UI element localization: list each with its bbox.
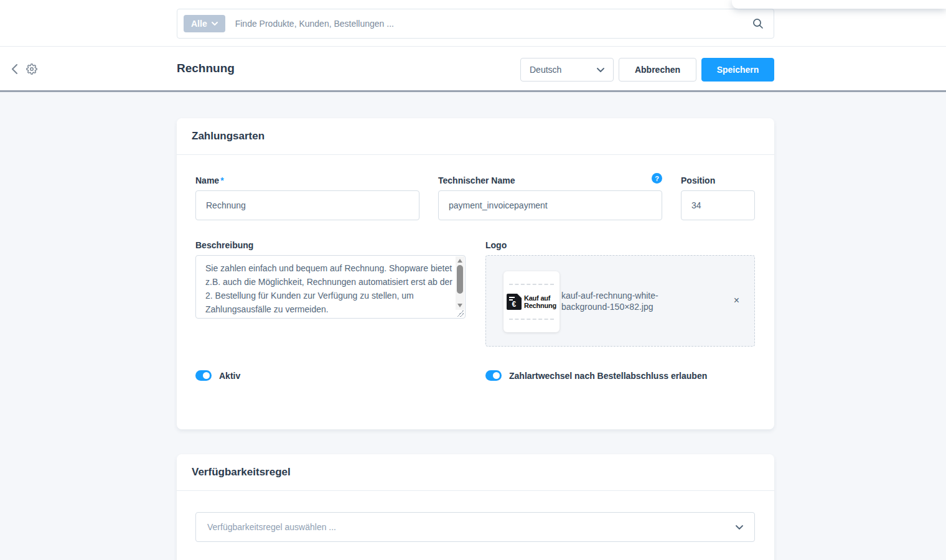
active-toggle-row: Aktiv [195, 370, 240, 381]
technical-name-input[interactable] [438, 190, 662, 220]
payment-card-header: Zahlungsarten [177, 118, 774, 155]
search-input[interactable] [225, 19, 752, 29]
availability-rule-select[interactable]: Verfügbarkeitsregel auswählen ... [195, 512, 755, 542]
active-toggle[interactable] [195, 370, 212, 381]
search-filter-label: Alle [191, 19, 207, 29]
payment-method-card: Zahlungsarten Name* Technischer Name ? P… [177, 118, 774, 429]
availability-rule-card: Verfügbarkeitsregel Verfügbarkeitsregel … [177, 454, 774, 560]
search-filter-dropdown[interactable]: Alle [184, 15, 225, 32]
resize-handle-icon[interactable] [457, 310, 464, 317]
gear-icon [26, 63, 37, 75]
logo-text-line1: Kauf auf [524, 294, 556, 302]
scroll-up-icon[interactable] [457, 259, 462, 263]
technical-name-label: Technischer Name [438, 175, 515, 185]
language-select[interactable]: Deutsch [520, 58, 614, 82]
language-select-value: Deutsch [530, 65, 561, 75]
remove-logo-button[interactable]: × [734, 296, 739, 306]
description-textarea[interactable]: Sie zahlen einfach und bequem auf Rechnu… [195, 255, 466, 319]
kauf-auf-rechnung-logo: € Kauf auf Rechnung [507, 294, 556, 310]
chevron-left-icon [11, 63, 18, 75]
name-input[interactable] [195, 190, 419, 220]
description-text: Sie zahlen einfach und bequem auf Rechnu… [196, 256, 456, 318]
save-button[interactable]: Speichern [701, 58, 774, 82]
chevron-down-icon [736, 525, 743, 530]
active-toggle-label: Aktiv [219, 371, 240, 381]
euro-glyph: € [512, 301, 517, 308]
chevron-down-icon [212, 22, 218, 26]
chevron-down-icon [597, 68, 604, 72]
availability-card-header: Verfügbarkeitsregel [177, 454, 774, 491]
change-payment-toggle-label: Zahlartwechsel nach Bestellabschluss erl… [509, 371, 707, 381]
settings-button[interactable] [26, 63, 38, 75]
name-label: Name* [195, 175, 224, 185]
logo-dropzone[interactable]: € Kauf auf Rechnung kauf-auf-rechnung-wh… [485, 255, 755, 347]
global-search[interactable]: Alle [177, 9, 774, 39]
invoice-icon: € [507, 294, 522, 310]
overlay-panel [732, 0, 946, 9]
logo-text-line2: Rechnung [524, 302, 556, 309]
back-button[interactable] [8, 63, 21, 75]
scroll-down-icon[interactable] [457, 304, 462, 307]
logo-preview: € Kauf auf Rechnung [503, 271, 560, 332]
required-marker: * [220, 175, 223, 185]
availability-card-title: Verfügbarkeitsregel [192, 466, 291, 478]
textarea-scrollbar[interactable] [456, 256, 464, 310]
scrollbar-thumb[interactable] [457, 265, 463, 294]
payment-card-title: Zahlungsarten [192, 130, 265, 142]
smart-bar: Rechnung Deutsch Abbrechen Speichern [0, 47, 946, 92]
change-payment-toggle[interactable] [485, 370, 502, 381]
description-label: Beschreibung [195, 240, 253, 250]
position-label: Position [681, 175, 715, 185]
cancel-button[interactable]: Abbrechen [619, 58, 696, 82]
logo-label: Logo [485, 240, 507, 250]
logo-filename: kauf-auf-rechnung-white-background-150×8… [561, 290, 681, 312]
change-payment-toggle-row: Zahlartwechsel nach Bestellabschluss erl… [485, 370, 707, 381]
availability-rule-placeholder: Verfügbarkeitsregel auswählen ... [207, 522, 336, 532]
help-icon[interactable]: ? [652, 173, 662, 184]
position-input[interactable] [681, 190, 755, 220]
page-title: Rechnung [177, 62, 235, 75]
search-icon [752, 18, 764, 29]
